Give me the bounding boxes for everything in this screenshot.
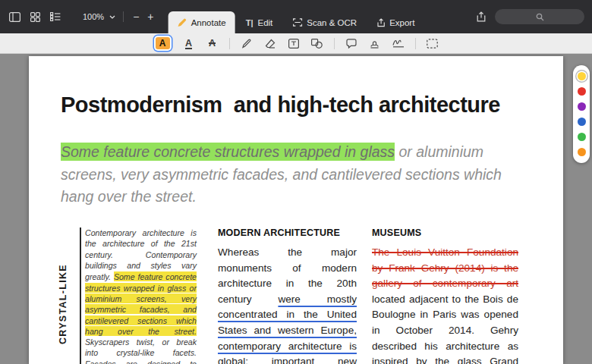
- column-rule: [80, 228, 81, 364]
- separator: [334, 38, 335, 49]
- color-swatch-green[interactable]: [578, 133, 586, 141]
- share-icon[interactable]: [477, 11, 486, 22]
- top-toolbar: 100% − + Annotate T| Edit Scan & OCR: [0, 0, 592, 33]
- scan-icon: [292, 18, 302, 27]
- tab-edit-label: Edit: [257, 18, 272, 27]
- tab-annotate[interactable]: Annotate: [168, 11, 235, 33]
- color-swatch-blue[interactable]: [578, 118, 586, 126]
- highlight-tool[interactable]: A: [156, 37, 170, 49]
- pencil-icon: [178, 18, 187, 27]
- signature-icon[interactable]: [392, 36, 405, 51]
- tab-edit[interactable]: T| Edit: [237, 11, 282, 33]
- thumbnails-grid-icon[interactable]: [30, 12, 40, 22]
- right-column: MUSEUMS The Louis Vuitton Foundation by …: [372, 228, 518, 364]
- zoom-level[interactable]: 100%: [83, 12, 104, 21]
- comment-icon[interactable]: [345, 36, 358, 51]
- tab-export-label: Export: [389, 18, 414, 27]
- middle-column-text: Whereas the major monuments of modern ar…: [218, 245, 357, 364]
- sidebar-toggle-icon[interactable]: [9, 12, 20, 22]
- eraser-icon[interactable]: [263, 36, 277, 51]
- search-icon: [536, 13, 544, 21]
- tab-scan-ocr[interactable]: Scan & OCR: [283, 11, 366, 33]
- color-swatch-purple[interactable]: [578, 102, 586, 111]
- annotations-list-icon[interactable]: [50, 12, 61, 21]
- text-edit-icon: T|: [246, 18, 253, 27]
- vertical-label: CRYSTAL-LIKE: [58, 247, 68, 361]
- annotate-toolbar: A A A: [0, 33, 592, 54]
- search-input[interactable]: [495, 9, 584, 24]
- color-palette: [573, 65, 590, 163]
- tab-annotate-label: Annotate: [191, 18, 226, 27]
- separator: [415, 38, 416, 49]
- left-column-text: Skyscrapers twist, or break into crystal…: [85, 337, 197, 364]
- textbox-icon[interactable]: [287, 36, 301, 51]
- tab-scan-ocr-label: Scan & OCR: [307, 18, 357, 27]
- chevron-down-icon[interactable]: [109, 15, 115, 19]
- column-heading: MODERN ARCHITECTURE: [218, 228, 357, 238]
- select-area-icon[interactable]: [426, 36, 439, 51]
- middle-column: MODERN ARCHITECTURE Whereas the major mo…: [218, 228, 357, 364]
- lede-paragraph: Some feature concrete structures wrapped…: [61, 141, 525, 209]
- strikethrough-annotation[interactable]: The Louis Vuitton Foundation by Frank Ge…: [372, 246, 518, 289]
- shapes-icon[interactable]: [310, 36, 324, 51]
- pdf-page: Postmodernism and high-tech architecture…: [29, 56, 563, 364]
- color-swatch-orange[interactable]: [578, 148, 586, 156]
- zoom-out-button[interactable]: −: [131, 11, 140, 22]
- zoom-in-button[interactable]: +: [146, 11, 155, 22]
- separator: [229, 38, 230, 49]
- pen-icon[interactable]: [240, 36, 253, 51]
- stamp-icon[interactable]: [368, 36, 382, 51]
- color-swatch-red[interactable]: [578, 87, 586, 96]
- color-swatch-yellow[interactable]: [578, 72, 586, 80]
- strikethrough-tool[interactable]: A: [206, 36, 219, 51]
- separator: [123, 11, 124, 22]
- mode-tabs: Annotate T| Edit Scan & OCR Export: [168, 0, 424, 33]
- page-title: Postmodernism and high-tech architecture: [61, 93, 500, 118]
- left-column: Contemporary architecture is the archite…: [85, 228, 197, 364]
- export-icon: [376, 18, 385, 27]
- underline-tool[interactable]: A: [182, 36, 196, 51]
- highlight-annotation[interactable]: Some feature concrete structures wrapped…: [61, 143, 395, 161]
- tab-export[interactable]: Export: [367, 11, 424, 33]
- right-column-text: The Louis Vuitton Foundation by Frank Ge…: [372, 245, 518, 364]
- column-heading: MUSEUMS: [372, 228, 518, 238]
